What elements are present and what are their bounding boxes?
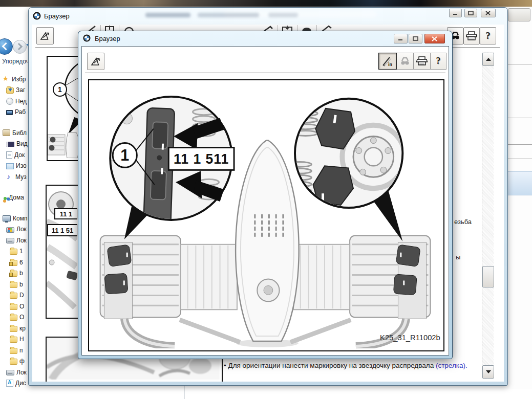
close-button[interactable] [424,34,445,43]
mini-part-label: 11 1 51 [52,227,74,234]
maximize-button[interactable] [464,9,477,17]
engine-figure: 1 11 1 511 [88,79,444,351]
clipped-text-fragment: езьба [454,218,472,226]
tree-item-label: Изо [16,162,27,169]
tree-item-icon [10,304,17,310]
tree-item-icon [10,315,17,321]
tree-item-icon [6,238,14,243]
screen: ЮБИ Упорядоч Избр Заг [0,0,532,399]
tree-item-icon [6,370,14,375]
tree-item-icon [6,110,13,115]
tree-item-label: ф [19,358,25,365]
tree-item-icon [6,163,14,169]
tree-item-label: Дис [15,380,26,387]
fit-view-button[interactable] [36,27,54,45]
background-window-fragment [507,7,532,389]
instruction-bullet-line: • Для ориентации нанести маркировку на з… [224,362,467,369]
tree-item-icon [10,293,17,299]
arrow-up-icon [486,58,491,61]
left-detail-circle: 1 11 1 511 [110,97,234,227]
tree-item-icon [3,129,10,136]
engine-illustration: 1 11 1 511 [89,80,441,348]
tree-item-icon [4,197,7,200]
inner-toolbar: in ? [378,53,446,69]
print-button[interactable] [414,53,431,70]
scrollbar-thumb[interactable] [482,266,494,287]
outer-window-title: Браузер [44,12,70,20]
tree-item-label: O [19,314,24,321]
tree-item-label: O [19,303,24,310]
background-selection-row [507,171,532,195]
mini-callout: 1 [58,85,62,94]
bullet-icon: • [224,362,226,369]
find-button-disabled [397,53,414,70]
tree-item-icon [10,271,17,277]
tree-item-label: Муз [15,173,27,181]
tree-item-icon [6,227,14,233]
toolbar-divider [85,73,445,73]
scroll-down-button[interactable] [482,365,494,379]
clipped-text-fragment: ы [456,253,460,261]
tree-item-icon [6,151,12,159]
tree-item-label: Лок [16,237,27,244]
inner-browser-window: Браузер in [78,31,453,359]
inner-title-bar: Браузер [78,31,452,46]
minimize-button[interactable] [449,9,462,17]
inner-client-area: in ? [81,46,449,356]
scroll-up-button[interactable] [482,53,494,66]
forward-button[interactable] [13,40,27,54]
organize-menu[interactable]: Упорядоч [2,58,29,65]
desktop-wallpaper-strip [0,0,532,7]
arrow-reference-link[interactable]: (стрелка). [436,362,467,369]
back-button[interactable] [0,38,13,55]
tree-item-icon [3,76,10,82]
mini-part-label: 11 1 [60,210,73,218]
tree-item-icon [6,98,13,105]
tree-item-label: Док [14,151,25,159]
tree-item-icon [10,337,17,343]
help-button[interactable]: ? [431,53,446,70]
tree-item-label: Заг [16,86,25,94]
tree-item-label: Раб [15,108,26,116]
part-number-label: 11 1 511 [174,151,229,167]
tree-item-label: Комп [13,215,27,222]
annotate-in-button[interactable]: in [378,53,397,70]
vertical-scrollbar[interactable] [482,52,494,379]
tree-item-icon [6,174,13,180]
callout-number: 1 [120,146,129,164]
tree-item-label: кр [19,325,26,332]
help-button[interactable]: ? [480,27,496,45]
tree-item-label: Н [19,336,24,343]
inner-window-title: Браузер [95,35,120,42]
fit-view-button[interactable] [87,53,104,70]
tree-item-label: 6 [19,259,23,266]
tree-item-icon [10,359,17,365]
tree-item-label: Лок [16,226,27,233]
background-divider [184,385,185,399]
bmw-logo-icon [33,12,41,20]
figure-code: K25_31_R11002b [380,334,440,342]
tree-item-label: b [19,270,23,277]
tree-item-label: Библ [12,129,27,137]
maximize-button[interactable] [409,34,422,43]
tree-item-label: п [19,347,23,354]
tree-item-label: 1 [19,248,23,255]
tree-item-icon [10,348,17,354]
tree-item-icon [10,326,17,332]
arrow-down-icon [486,370,491,373]
tree-item-label: b [19,281,23,288]
outer-title-bar: Браузер [29,8,507,25]
tree-item-label: D [19,292,24,299]
tree-item-label: Нед [15,98,27,105]
annotate-in-label: in [388,62,392,67]
tree-item-icon [3,215,11,221]
tree-item-label: Дома [9,194,24,201]
tree-item-label: Лок [16,369,27,376]
tree-item-icon [6,142,14,147]
close-button[interactable] [481,9,496,17]
outer-figure-thumbnail-2: 11 1 11 1 51 [46,185,79,319]
bmw-logo-icon [83,34,91,42]
tree-item-icon [10,282,17,288]
print-button[interactable] [463,27,480,45]
minimize-button[interactable] [394,34,408,43]
